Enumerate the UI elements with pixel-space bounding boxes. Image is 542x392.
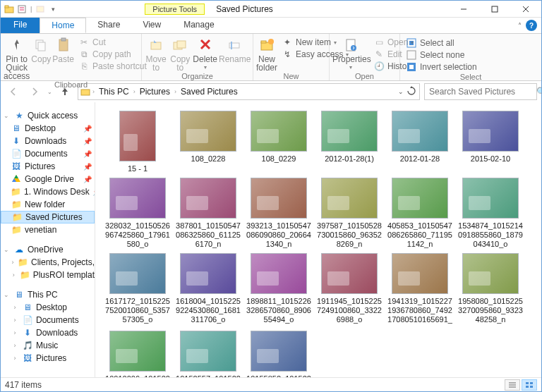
file-item[interactable]: 387801_10150547086325860_611256170_n (176, 178, 241, 249)
copy-button[interactable]: Copy (31, 35, 51, 63)
tab-view[interactable]: View (131, 18, 172, 33)
properties-label: Properties (332, 54, 371, 64)
thumbnails-view-button[interactable] (522, 379, 537, 391)
file-item[interactable]: 10155852_10152253280705860_598750500_n (246, 331, 311, 377)
items-view[interactable]: 15 - 1108_0228108_02292012-01-28(1)2012-… (95, 102, 541, 377)
file-item[interactable]: 1534874_10152140918855860_1879043410_o (458, 178, 523, 249)
pin-to-quick-access-button[interactable]: Pin to Quick access (4, 35, 30, 80)
copy-to-button[interactable]: Copy to (169, 35, 191, 72)
file-item[interactable]: 393213_10150547086090860_206641340_n (246, 178, 311, 249)
pin-label: Pin to Quick access (4, 54, 30, 81)
file-item[interactable]: 328032_10150526967425860_17961580_o (105, 178, 170, 249)
search-box[interactable]: 🔍 (424, 83, 537, 100)
file-item[interactable]: 2015-02-10 (458, 111, 523, 173)
nav-downloads[interactable]: ⬇Downloads📌 (1, 135, 95, 147)
copy-to-label: Copy to (170, 54, 190, 73)
tab-home[interactable]: Home (40, 18, 86, 33)
file-item[interactable]: 2012-01-28 (387, 111, 452, 173)
file-item[interactable]: 397587_10150528730015860_963528269_n (317, 178, 382, 249)
ribbon: Pin to Quick access Copy Paste ✂Cut ⧉Cop… (1, 33, 541, 81)
thumbnail-image (109, 178, 166, 219)
nav-saved-pictures[interactable]: 📁Saved Pictures (1, 211, 95, 223)
nav-documents-2[interactable]: ›📄Documents (1, 314, 95, 326)
star-icon: ★ (13, 110, 25, 121)
help-icon[interactable]: ? (526, 20, 537, 31)
refresh-icon[interactable] (406, 86, 416, 98)
nav-desktop-2[interactable]: ›🖥Desktop (1, 301, 95, 314)
nav-pictures[interactable]: 🖼Pictures📌 (1, 160, 95, 173)
nav-new-folder[interactable]: 📁New folder (1, 198, 95, 211)
nav-desktop[interactable]: 🖥Desktop📌 (1, 122, 95, 135)
qat-dropdown-icon[interactable]: ▾ (47, 4, 59, 15)
file-item[interactable]: 108_0228 (176, 111, 241, 173)
new-folder-label: New folder (256, 54, 277, 73)
nav-documents[interactable]: 📄Documents📌 (1, 147, 95, 160)
svg-marker-33 (14, 175, 18, 178)
nav-plusroi[interactable]: ›📁PlusROI templat (1, 269, 95, 281)
address-dropdown-icon[interactable]: ⌄ (398, 88, 404, 95)
file-item[interactable]: 1618004_10152259224530860_1681311706_o (176, 253, 241, 326)
nav-venetian[interactable]: 📁venetian (1, 223, 95, 236)
thumbnail-image (180, 253, 236, 294)
minimize-button[interactable] (448, 1, 479, 17)
file-item[interactable]: 10010006_10152275249090860_1463266102_o (105, 331, 170, 377)
file-name: 393213_10150547086090860_206641340_n (246, 221, 311, 249)
delete-button[interactable]: Delete ▾ (193, 35, 217, 72)
file-item[interactable]: 405853_10150547086265860_711951142_n (387, 178, 452, 249)
properties-icon[interactable] (16, 4, 28, 15)
crumb-pictures[interactable]: Pictures (137, 87, 173, 97)
search-input[interactable] (428, 86, 536, 97)
tab-manage[interactable]: Manage (172, 18, 225, 33)
nav-pictures-2[interactable]: ›🖼Pictures (1, 352, 95, 365)
collapse-ribbon-icon[interactable]: ˄ (518, 22, 522, 30)
file-item[interactable]: 1898811_10152263286570860_890655494_o (246, 253, 311, 326)
svg-rect-16 (177, 41, 186, 48)
nav-clients[interactable]: ›📁Clients, Projects, (1, 256, 95, 269)
this-pc-icon: 🖥 (13, 289, 25, 300)
file-item[interactable]: 1958080_10152253270095860_932348258_n (458, 253, 523, 326)
invert-selection-button[interactable]: Invert selection (403, 61, 480, 73)
file-item[interactable]: 10152557_10152257249250860_214969596_n (176, 331, 241, 377)
maximize-button[interactable] (479, 1, 510, 17)
rename-button[interactable]: Rename (219, 35, 250, 63)
thumbnail-image (251, 111, 307, 152)
downloads-icon: ⬇ (22, 327, 33, 338)
pin-icon: 📌 (83, 125, 92, 133)
easy-access-icon: ↯ (282, 49, 293, 60)
tab-share[interactable]: Share (86, 18, 131, 33)
nav-windows-desk[interactable]: 📁1. Windows Desk📌 (1, 185, 95, 198)
file-item[interactable]: 15 - 1 (105, 111, 170, 173)
svg-rect-14 (151, 42, 161, 49)
move-to-button[interactable]: Move to (145, 35, 167, 72)
paste-shortcut-button[interactable]: ⎘Paste shortcut (76, 61, 150, 72)
edit-button[interactable]: ✎Edit (371, 49, 416, 60)
file-item[interactable]: 1911945_10152257249100860_33226988_o (317, 253, 382, 326)
nav-music[interactable]: ›🎵Music (1, 339, 95, 352)
file-item[interactable]: 1617172_10152257520010860_535757305_o (105, 253, 170, 326)
copy-path-button[interactable]: ⧉Copy path (76, 49, 150, 60)
svg-rect-2 (18, 6, 25, 13)
nav-this-pc[interactable]: ⌄🖥This PC (1, 288, 95, 301)
file-name: 10010006_10152275249090860_1463266102_o (105, 374, 170, 377)
tab-file[interactable]: File (1, 18, 40, 33)
close-button[interactable] (510, 1, 541, 17)
new-folder-button[interactable]: New folder (256, 35, 277, 72)
navigation-pane[interactable]: ⌄★Quick access 🖥Desktop📌 ⬇Downloads📌 📄Do… (1, 102, 95, 377)
details-view-button[interactable] (505, 379, 520, 391)
file-item[interactable]: 1941319_10152271936780860_74921708051016… (387, 253, 452, 326)
search-icon[interactable]: 🔍 (536, 87, 542, 97)
cut-button[interactable]: ✂Cut (76, 37, 150, 48)
nav-onedrive[interactable]: ⌄☁OneDrive (1, 243, 95, 256)
file-item[interactable]: 108_0229 (246, 111, 311, 173)
nav-quick-access[interactable]: ⌄★Quick access (1, 109, 95, 122)
delete-label: Delete (193, 54, 217, 64)
paste-button[interactable]: Paste (52, 35, 74, 63)
nav-google-drive[interactable]: Google Drive📌 (1, 173, 95, 185)
properties-button[interactable]: Properties ▾ (332, 35, 369, 72)
crumb-saved-pictures[interactable]: Saved Pictures (178, 87, 241, 97)
open-button[interactable]: ▭Open ▾ (371, 37, 416, 48)
file-item[interactable]: 2012-01-28(1) (317, 111, 382, 173)
nav-downloads-2[interactable]: ›⬇Downloads (1, 326, 95, 339)
pictures-icon: 🖼 (22, 353, 33, 364)
copy-path-icon: ⧉ (78, 49, 90, 60)
